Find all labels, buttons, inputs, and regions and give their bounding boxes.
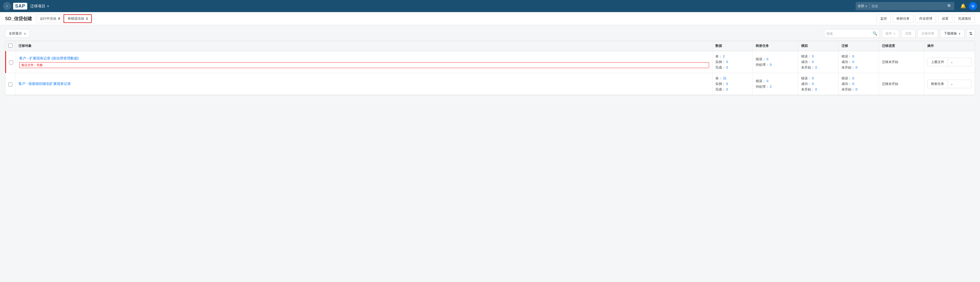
filter-chevron: ∨ — [24, 32, 26, 35]
th-mapping: 映射任务 — [753, 41, 798, 51]
settings-button[interactable]: 设置 — [938, 14, 952, 23]
actions-chevron: ∨ — [894, 32, 896, 35]
row2-target-cell: 客户 - 按新组织级别扩展现有记录 — [15, 73, 712, 95]
table-search-input[interactable] — [826, 32, 871, 35]
row1-sim-success-link[interactable]: 0 — [812, 60, 814, 64]
filter-label: 全部显示 — [9, 31, 22, 36]
row2-mig-notstarted-link[interactable]: 0 — [856, 87, 858, 91]
user-avatar[interactable]: U — [969, 2, 977, 10]
filter-dropdown[interactable]: 全部显示 ∨ — [5, 29, 30, 38]
actions-label: 操作 — [885, 31, 892, 36]
th-target: 迁移对象 — [15, 41, 712, 51]
nav-search-area: 全部 ∨ 🔍 — [856, 2, 954, 10]
row1-progress-status: 迁移未开始 — [882, 60, 921, 64]
nav-project-selector[interactable]: 迁移项目 ∨ — [30, 4, 49, 9]
table-row: 客户 - 扩展现有记录 (按信用管理数据) 验证文件：失败 表： 2 实例： 0… — [5, 51, 975, 73]
row2-checkbox[interactable] — [8, 82, 12, 86]
row1-instances-link[interactable]: 0 — [726, 60, 728, 64]
tab-running-activities[interactable]: 运行中活动 0 — [36, 14, 64, 23]
row1-map-error-link[interactable]: 0 — [767, 57, 768, 61]
row2-action-cell: 映射任务 ⌄ — [924, 73, 975, 95]
row1-checkbox[interactable] — [9, 60, 13, 65]
row1-sim-error-link[interactable]: 0 — [812, 54, 814, 58]
row1-mig-success-link[interactable]: 0 — [852, 60, 854, 64]
search-scope-chevron: ∨ — [865, 5, 867, 8]
row1-action-cell: 上载文件 ⌄ — [924, 51, 975, 73]
migrate-result-button[interactable]: 迁移结果 — [918, 29, 938, 38]
row2-migrate-cell: 错误： 0 成功： 0 未开始： 0 — [838, 73, 879, 95]
message-label: 消息 — [905, 31, 912, 36]
row2-sim-success-link[interactable]: 0 — [812, 82, 814, 86]
sub-header-actions: 监控 映射任务 作业管理 设置 完成项目 — [877, 14, 975, 23]
row1-action-dropdown-button[interactable]: ⌄ — [948, 58, 956, 66]
job-management-button[interactable]: 作业管理 — [915, 14, 936, 23]
th-data: 数据 — [712, 41, 753, 51]
row2-mig-success: 成功： 0 — [842, 82, 875, 86]
row1-upload-button[interactable]: 上载文件 — [928, 58, 948, 66]
row2-target-link[interactable]: 客户 - 按新组织级别扩展现有记录 — [18, 82, 709, 86]
actions-button[interactable]: 操作 ∨ — [881, 29, 899, 38]
table-row: 客户 - 按新组织级别扩展现有记录 表： 31 实例： 0 完成： 0 错误： … — [5, 73, 975, 95]
nav-search-scope[interactable]: 全部 ∨ — [858, 4, 867, 8]
row1-sim-notstarted-link[interactable]: 0 — [815, 65, 817, 69]
download-template-label: 下载模板 — [944, 31, 957, 36]
row2-action-dropdown-button[interactable]: ⌄ — [948, 80, 956, 88]
row2-data-cell: 表： 31 实例： 0 完成： 0 — [712, 73, 753, 95]
row2-sim-success: 成功： 0 — [801, 82, 835, 86]
row2-sim-error-link[interactable]: 0 — [812, 76, 814, 80]
select-all-checkbox[interactable] — [8, 44, 12, 48]
nav-project-label: 迁移项目 — [30, 4, 45, 9]
table-toolbar: 全部显示 ∨ 🔍 操作 ∨ 消息 迁移结果 下载模板 ∨ — [5, 29, 975, 38]
row2-mig-error-link[interactable]: 0 — [852, 76, 854, 80]
row1-complete-link[interactable]: 0 — [726, 65, 728, 69]
row2-mapping-pending: 待处理： 2 — [756, 84, 795, 89]
message-button[interactable]: 消息 — [901, 29, 915, 38]
row1-tables-link[interactable]: 2 — [723, 54, 725, 58]
row1-mig-notstarted-link[interactable]: 0 — [856, 65, 858, 69]
row2-map-error-link[interactable]: 0 — [767, 79, 768, 83]
row2-simulate-cell: 错误： 0 成功： 0 未开始： 0 — [798, 73, 838, 95]
row1-target-link[interactable]: 客户 - 扩展现有记录 (按信用管理数据) — [19, 56, 709, 61]
row2-instances-link[interactable]: 0 — [726, 82, 728, 86]
notification-button[interactable]: 🔔 — [960, 3, 966, 9]
row2-mig-success-link[interactable]: 0 — [852, 82, 854, 86]
row1-map-pending-link[interactable]: 0 — [770, 63, 772, 67]
migrate-result-label: 迁移结果 — [921, 31, 934, 36]
row2-mapping-button[interactable]: 映射任务 — [928, 80, 948, 88]
search-icon[interactable]: 🔍 — [947, 4, 952, 9]
row2-action-split-button: 映射任务 ⌄ — [927, 80, 972, 88]
row2-sim-notstarted-link[interactable]: 0 — [815, 87, 817, 91]
running-tab-label: 运行中活动 — [40, 16, 56, 21]
th-checkbox — [5, 41, 15, 51]
row1-mapping-pending: 待处理： 0 — [756, 62, 795, 67]
mapping-task-button[interactable]: 映射任务 — [893, 14, 913, 23]
main-content: 全部显示 ∨ 🔍 操作 ∨ 消息 迁移结果 下载模板 ∨ — [0, 25, 980, 99]
row2-tables-link[interactable]: 31 — [723, 76, 727, 80]
row2-complete-link[interactable]: 0 — [726, 87, 728, 91]
row1-mapping-errors: 错误： 0 — [756, 57, 795, 62]
th-simulate: 模拟 — [798, 41, 838, 51]
nav-back-button[interactable]: ‹ — [3, 2, 11, 10]
sort-button[interactable]: ⇅ — [966, 29, 975, 38]
row2-map-pending-link[interactable]: 2 — [770, 85, 772, 89]
row2-mig-notstarted: 未开始： 0 — [842, 87, 875, 92]
row1-mapping-cell: 错误： 0 待处理： 0 — [753, 51, 798, 73]
migration-table: 迁移对象 数据 映射任务 模拟 迁移 迁移进度 操作 客户 - 扩展现有记录 (… — [5, 41, 975, 95]
row1-migrate-cell: 错误： 0 成功： 0 未开始： 0 — [838, 51, 879, 73]
download-template-button[interactable]: 下载模板 ∨ — [940, 29, 964, 38]
table-search-icon[interactable]: 🔍 — [873, 31, 877, 36]
tab-error-activities[interactable]: 有错误活动 1 — [64, 14, 92, 23]
row1-error-badge: 验证文件：失败 — [19, 62, 709, 68]
nav-search-input[interactable] — [872, 4, 947, 8]
row1-mig-errors: 错误： 0 — [842, 54, 875, 59]
monitor-button[interactable]: 监控 — [877, 14, 891, 23]
row1-simulate-cell: 错误： 0 成功： 0 未开始： 0 — [798, 51, 838, 73]
row2-checkbox-cell — [5, 73, 15, 95]
th-action: 操作 — [924, 41, 975, 51]
search-scope-label: 全部 — [858, 4, 864, 8]
complete-project-button[interactable]: 完成项目 — [954, 14, 975, 23]
row2-sim-errors: 错误： 0 — [801, 76, 835, 81]
nav-icons: 🔔 U — [960, 2, 977, 10]
row1-sim-success: 成功： 0 — [801, 60, 835, 64]
row1-mig-error-link[interactable]: 0 — [852, 54, 854, 58]
